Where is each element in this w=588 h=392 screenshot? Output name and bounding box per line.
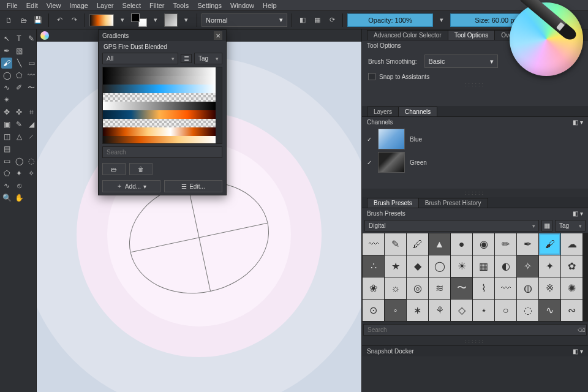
brush-preset[interactable]: ✺ (561, 277, 582, 299)
shape-edit-tool-icon[interactable]: ✎ (26, 33, 37, 44)
ref-image-tool-icon[interactable]: ▤ (1, 143, 12, 154)
fg-bg-color-selector[interactable] (131, 13, 147, 27)
brush-preset[interactable]: ◐ (495, 255, 516, 277)
select-poly-tool-icon[interactable]: ⬠ (1, 168, 12, 179)
gradient-tool-icon[interactable]: ◢ (26, 119, 37, 130)
brush-preset[interactable]: ✎ (385, 233, 406, 255)
open-file-icon[interactable]: 🗁 (17, 14, 29, 26)
docker-menu-icon[interactable]: ◧ ▾ (573, 348, 583, 355)
check-icon[interactable]: ✓ (367, 159, 373, 166)
pattern-edit-tool-icon[interactable]: ▧ (13, 45, 24, 56)
chevron-down-icon[interactable]: ▾ (435, 14, 448, 26)
crop-tool-icon[interactable]: ⌗ (26, 107, 37, 118)
undo-icon[interactable]: ↶ (53, 14, 66, 26)
brush-preset[interactable]: 〰 (363, 233, 384, 255)
brush-preset[interactable]: ◍ (517, 277, 538, 299)
calligraphy-tool-icon[interactable]: ✒ (1, 45, 12, 56)
gradient-search-input[interactable] (103, 147, 222, 157)
freehand-path-tool-icon[interactable]: ✐ (13, 82, 24, 93)
brush-preset[interactable]: ◦ (385, 300, 406, 321)
pattern-swatch[interactable] (164, 13, 178, 27)
menu-window[interactable]: Window (226, 0, 258, 11)
channel-row-green[interactable]: ✓ Green (362, 151, 588, 174)
pan-tool-icon[interactable]: ✋ (13, 192, 24, 203)
gradient-swatch[interactable] (89, 14, 114, 26)
chevron-down-icon[interactable]: ▾ (180, 14, 192, 26)
select-magnetic-tool-icon[interactable]: ⎋ (13, 180, 24, 191)
brush-preset[interactable]: 〜 (451, 277, 472, 299)
docker-menu-icon[interactable]: ◧ ▾ (573, 119, 583, 126)
menu-help[interactable]: Help (258, 0, 281, 11)
menu-settings[interactable]: Settings (193, 0, 226, 11)
fg-color-chip[interactable] (131, 13, 140, 22)
brush-preset[interactable]: ☼ (385, 277, 406, 299)
redo-icon[interactable]: ↷ (68, 14, 80, 26)
menu-filter[interactable]: Filter (145, 0, 168, 11)
preserve-alpha-icon[interactable]: ▦ (311, 14, 323, 26)
brush-preset[interactable]: ※ (539, 277, 560, 299)
brush-preset[interactable]: ◯ (429, 255, 450, 277)
gradients-panel[interactable]: Gradients ✕ GPS Fire Dust Blended All ▾ … (98, 29, 227, 195)
brush-preset[interactable]: ≋ (429, 277, 450, 299)
brush-preset[interactable]: ✧ (517, 255, 538, 277)
chevron-down-icon[interactable]: ▾ (149, 14, 162, 26)
docker-menu-icon[interactable]: ◧ ▾ (573, 210, 583, 217)
add-gradient-button[interactable]: ＋ Add... ▾ (102, 180, 160, 192)
text-tool-icon[interactable]: T (13, 33, 24, 44)
brush-preset[interactable]: ◇ (451, 300, 472, 321)
menu-file[interactable]: File (2, 0, 22, 11)
move-layer-tool-icon[interactable]: ✜ (13, 107, 24, 118)
polygon-tool-icon[interactable]: ⬠ (13, 70, 24, 81)
brush-preset[interactable]: ✦ (539, 255, 560, 277)
brush-preset[interactable]: ◆ (407, 255, 428, 277)
menu-tools[interactable]: Tools (169, 0, 194, 11)
tab-tool-options[interactable]: Tool Options (448, 30, 496, 40)
menu-layer[interactable]: Layer (92, 0, 118, 11)
gradient-filter-dropdown[interactable]: All ▾ (102, 53, 178, 64)
zoom-tool-icon[interactable]: 🔍 (1, 192, 12, 203)
gradient-item[interactable] (103, 76, 216, 85)
chevron-down-icon[interactable]: ▾ (116, 14, 129, 26)
save-file-icon[interactable]: 💾 (32, 14, 44, 26)
select-freehand-tool-icon[interactable]: ◌ (26, 156, 37, 167)
gradient-item[interactable] (103, 93, 216, 102)
brush-preset[interactable]: ▦ (473, 255, 494, 277)
fill-tool-icon[interactable]: ▣ (1, 119, 12, 130)
new-file-icon[interactable]: 🗋 (2, 14, 15, 26)
preset-search-input[interactable] (364, 325, 576, 335)
dynamic-brush-tool-icon[interactable]: 〜 (26, 82, 37, 93)
brush-preset[interactable]: 🖌 (539, 233, 560, 255)
drag-handle-icon[interactable]: :::::: (362, 337, 588, 345)
brush-preset[interactable]: ◌ (517, 300, 538, 321)
clear-icon[interactable]: ⌫ (576, 327, 586, 333)
gradient-item[interactable] (103, 127, 216, 136)
select-contiguous-tool-icon[interactable]: ✦ (13, 168, 24, 179)
bezier-tool-icon[interactable]: ∿ (1, 82, 12, 93)
bg-color-chip[interactable] (138, 18, 147, 27)
brush-preset[interactable]: ★ (385, 255, 406, 277)
transform-tool-icon[interactable]: ✥ (1, 107, 12, 118)
edit-gradient-button[interactable]: ☰ Edit... (164, 180, 222, 192)
gradient-list[interactable] (102, 67, 222, 144)
select-ellipse-tool-icon[interactable]: ◯ (13, 156, 24, 167)
drag-handle-icon[interactable]: :::::: (362, 189, 588, 197)
menu-image[interactable]: Image (65, 0, 92, 11)
tab-channels[interactable]: Channels (398, 107, 437, 116)
import-gradient-icon[interactable]: 🗁 (102, 163, 126, 175)
scrollbar[interactable] (216, 67, 222, 143)
brush-preset[interactable]: ◉ (473, 233, 494, 255)
rect-tool-icon[interactable]: ▭ (26, 58, 37, 69)
tab-brush-preset-history[interactable]: Brush Preset History (418, 198, 488, 208)
preset-filter-dropdown[interactable]: Digital ▾ (364, 220, 539, 232)
select-rect-tool-icon[interactable]: ▭ (1, 156, 12, 167)
brush-preset[interactable]: ☁ (561, 233, 582, 255)
tab-color-selector[interactable]: Advanced Color Selector (367, 30, 448, 40)
gradient-item[interactable] (103, 136, 216, 144)
brush-preset[interactable]: ⋆ (473, 300, 494, 321)
gradient-item[interactable] (103, 119, 216, 127)
brush-preset[interactable]: ⌇ (473, 277, 494, 299)
menu-edit[interactable]: Edit (22, 0, 42, 11)
brush-tool-icon[interactable]: 🖌 (1, 58, 12, 69)
ellipse-tool-icon[interactable]: ◯ (1, 70, 12, 81)
smart-patch-tool-icon[interactable]: ◫ (1, 131, 12, 142)
